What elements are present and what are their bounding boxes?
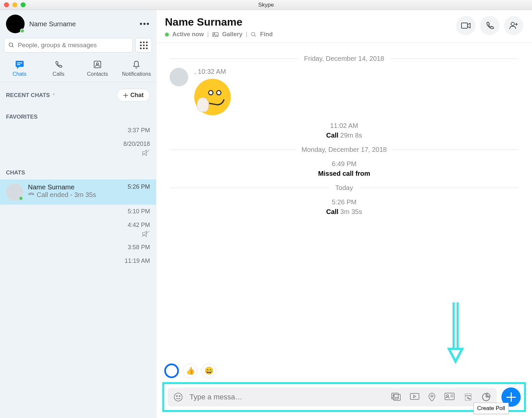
gallery-link[interactable]: Gallery — [222, 31, 242, 38]
emoji-picker-button[interactable] — [174, 392, 183, 402]
titlebar: Skype — [0, 0, 532, 10]
avatar — [6, 183, 23, 201]
cortana-button[interactable] — [164, 364, 179, 378]
more-icon[interactable]: ••• — [140, 19, 150, 29]
tab-chats[interactable]: Chats — [0, 56, 39, 82]
svg-point-22 — [177, 396, 178, 397]
svg-rect-25 — [392, 393, 398, 399]
maximize-window-button[interactable] — [21, 2, 26, 7]
video-call-button[interactable] — [456, 16, 475, 35]
chat-icon — [0, 60, 39, 69]
conversation-header: Name Surname Active now | Gallery | Find — [156, 10, 532, 43]
svg-rect-11 — [213, 33, 218, 37]
self-name: Name Surname — [29, 20, 135, 28]
missed-call-event: 6:49 PM Missed call from — [170, 160, 519, 177]
list-item[interactable]: 5:10 PM — [0, 205, 156, 218]
presence-dot-icon — [19, 196, 23, 201]
profile-row[interactable]: Name Surname ••• — [0, 10, 156, 38]
audio-call-button[interactable] — [480, 16, 499, 35]
svg-rect-4 — [17, 64, 20, 65]
mute-icon — [141, 150, 150, 156]
phone-icon — [485, 21, 494, 30]
composer — [168, 388, 497, 406]
svg-line-14 — [254, 35, 256, 37]
svg-point-16 — [511, 22, 514, 26]
tab-notifications[interactable]: Notifications — [117, 56, 156, 82]
schedule-call-button[interactable] — [464, 392, 473, 402]
date-divider: Monday, December 17, 2018 — [170, 146, 519, 154]
message: , 10:32 AM — [170, 68, 519, 115]
mute-icon — [141, 231, 150, 237]
favorites-header: FAVORITES — [0, 105, 156, 124]
contact-name: Name Surname — [165, 16, 273, 28]
smile-reaction-button[interactable]: 😄 — [201, 364, 216, 378]
list-item[interactable]: 3:37 PM — [0, 124, 156, 137]
message-input[interactable] — [190, 393, 384, 401]
attach-contact-button[interactable] — [444, 392, 455, 402]
tab-contacts[interactable]: Contacts — [78, 56, 117, 82]
attach-video-message-button[interactable] — [410, 392, 420, 402]
tab-label: Calls — [39, 71, 78, 77]
annotation-highlight — [162, 382, 526, 412]
list-item[interactable]: 8/20/2018 — [0, 137, 156, 159]
chat-time: 5:26 PM — [128, 183, 150, 191]
date-divider: Today — [170, 184, 519, 192]
sidebar: Name Surname ••• Chats Calls — [0, 10, 156, 418]
svg-rect-15 — [462, 23, 467, 28]
chat-item[interactable]: Name Surname 5:26 PM Call ended - 3m 35s — [0, 179, 156, 205]
main-conversation: Name Surname Active now | Gallery | Find — [156, 10, 532, 418]
svg-rect-27 — [410, 393, 419, 399]
presence-dot-icon — [20, 29, 25, 33]
svg-point-13 — [251, 32, 255, 36]
svg-point-23 — [179, 396, 180, 397]
search-input[interactable] — [18, 42, 128, 49]
attach-file-button[interactable] — [391, 392, 401, 402]
avatar — [170, 68, 188, 86]
search-icon — [251, 32, 257, 38]
dialpad-icon — [140, 42, 148, 49]
tab-calls[interactable]: Calls — [39, 56, 78, 82]
nav-tabs: Chats Calls Contacts Notifications — [0, 56, 156, 82]
find-link[interactable]: Find — [260, 31, 273, 38]
search-icon — [8, 42, 14, 49]
recent-chats-header[interactable]: RECENT CHATS ˅ Chat — [0, 82, 156, 105]
self-avatar[interactable] — [6, 15, 25, 33]
svg-point-0 — [9, 43, 13, 47]
list-item[interactable]: 11:19 AM — [0, 254, 156, 268]
call-event: 11:02 AM Call 29m 8s — [170, 122, 519, 139]
gallery-icon — [212, 32, 219, 37]
chevron-down-icon: ˅ — [52, 93, 55, 98]
plus-icon — [123, 93, 128, 98]
presence-dot-icon — [165, 33, 169, 37]
create-poll-button[interactable] — [481, 392, 491, 402]
minimize-window-button[interactable] — [12, 2, 17, 7]
chats-header: CHATS — [0, 159, 156, 179]
status-text: Active now — [172, 31, 204, 38]
add-participant-button[interactable] — [504, 16, 523, 35]
composer-area: 👍 😄 — [156, 359, 532, 418]
message-time: , 10:32 AM — [194, 68, 231, 75]
wave-emoji-icon — [194, 79, 231, 115]
list-item[interactable]: 4:42 PM — [0, 218, 156, 241]
add-person-icon — [509, 22, 518, 30]
video-icon — [461, 22, 471, 29]
close-window-button[interactable] — [4, 2, 9, 7]
date-divider: Friday, December 14, 2018 — [170, 55, 519, 62]
side-list[interactable]: 3:37 PM 8/20/2018 CHATS Name Surname 5:2… — [0, 124, 156, 418]
thumbs-up-reaction-button[interactable]: 👍 — [183, 364, 198, 378]
svg-rect-2 — [16, 61, 24, 67]
tab-label: Contacts — [78, 71, 117, 77]
svg-line-1 — [12, 46, 14, 47]
dialpad-button[interactable] — [135, 38, 152, 52]
window-controls — [0, 2, 26, 7]
attach-location-button[interactable] — [428, 392, 436, 402]
list-item[interactable]: 3:58 PM — [0, 241, 156, 254]
message-list[interactable]: Friday, December 14, 2018 , 10:32 AM 11:… — [156, 43, 532, 359]
svg-point-28 — [431, 395, 433, 397]
svg-point-6 — [96, 63, 98, 65]
new-chat-button[interactable]: Chat — [117, 89, 150, 102]
chat-subtitle: Call ended - 3m 35s — [28, 191, 150, 199]
search-box[interactable] — [4, 38, 133, 52]
window-title: Skype — [258, 2, 274, 8]
bell-icon — [117, 60, 156, 69]
